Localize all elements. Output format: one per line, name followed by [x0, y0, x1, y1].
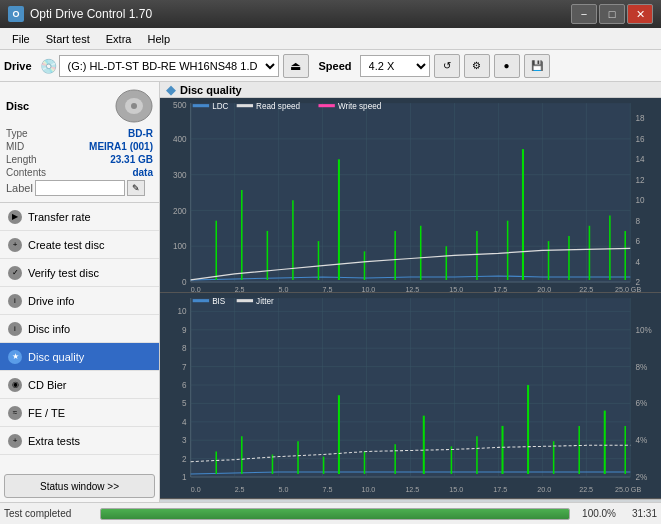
disc-mid-field: MID MEIRA1 (001): [6, 141, 153, 152]
disc-label-label: Label: [6, 182, 33, 194]
svg-text:7.5: 7.5: [323, 286, 333, 292]
disc-length-label: Length: [6, 154, 37, 165]
elapsed-time: 31:31: [622, 508, 657, 519]
drive-select[interactable]: (G:) HL-DT-ST BD-RE WH16NS48 1.D3: [59, 55, 279, 77]
svg-text:14: 14: [635, 155, 645, 164]
sidebar-item-create-test-disc[interactable]: + Create test disc: [0, 231, 159, 259]
disc-label-row: Label ✎: [6, 180, 153, 196]
minimize-button[interactable]: −: [571, 4, 597, 24]
svg-text:10: 10: [635, 196, 645, 205]
disc-label-edit-button[interactable]: ✎: [127, 180, 145, 196]
sidebar-item-extra-tests[interactable]: + Extra tests: [0, 427, 159, 455]
sidebar-item-transfer-rate[interactable]: ▶ Transfer rate: [0, 203, 159, 231]
svg-text:15.0: 15.0: [449, 487, 463, 495]
sidebar-item-drive-info[interactable]: i Drive info: [0, 287, 159, 315]
window-controls: − □ ✕: [571, 4, 653, 24]
svg-text:2%: 2%: [635, 473, 647, 482]
chart-header-icon: ◆: [166, 82, 176, 97]
status-window-button[interactable]: Status window >>: [4, 474, 155, 498]
svg-text:10: 10: [178, 308, 188, 317]
drive-icon: 💿: [40, 58, 57, 74]
svg-text:LDC: LDC: [212, 102, 228, 111]
sidebar-item-label-disc-quality: Disc quality: [28, 351, 84, 363]
svg-text:200: 200: [173, 207, 187, 216]
svg-text:20.0: 20.0: [537, 487, 551, 495]
app-title: Opti Drive Control 1.70: [30, 7, 152, 21]
svg-text:4: 4: [635, 258, 640, 267]
disc-label-input[interactable]: [35, 180, 125, 196]
svg-text:0.0: 0.0: [191, 487, 201, 495]
progress-bar-container: [100, 508, 570, 520]
svg-text:0.0: 0.0: [191, 286, 201, 292]
chart-header: ◆ Disc quality: [160, 82, 661, 98]
svg-text:7: 7: [182, 363, 187, 372]
disc-info-panel: Disc Type BD-R MID MEIRA1 (001) Length: [0, 82, 159, 203]
svg-text:10.0: 10.0: [361, 286, 375, 292]
menu-extra[interactable]: Extra: [98, 31, 140, 47]
speed-label: Speed: [319, 60, 352, 72]
right-panel: ◆ Disc quality: [160, 82, 661, 502]
bottom-chart-svg: 1 2 3 4 5 6 7 8 9 10 2% 4% 6% 8% 10%: [160, 293, 661, 497]
menu-bar: File Start test Extra Help: [0, 28, 661, 50]
sidebar-item-label-extra-tests: Extra tests: [28, 435, 80, 447]
svg-rect-66: [193, 104, 209, 107]
sidebar-item-label-disc-info: Disc info: [28, 323, 70, 335]
svg-text:12.5: 12.5: [405, 286, 419, 292]
disc-type-value: BD-R: [128, 128, 153, 139]
speed-select[interactable]: 4.2 X Max 1 X 2 X 4 X 8 X: [360, 55, 430, 77]
svg-text:8: 8: [182, 345, 187, 354]
title-bar-left: O Opti Drive Control 1.70: [8, 6, 152, 22]
disc-type-label: Type: [6, 128, 28, 139]
sidebar: Disc Type BD-R MID MEIRA1 (001) Length: [0, 82, 160, 502]
record-button[interactable]: ●: [494, 54, 520, 78]
create-test-disc-icon: +: [8, 238, 22, 252]
svg-text:6%: 6%: [635, 400, 647, 409]
refresh-button[interactable]: ↺: [434, 54, 460, 78]
svg-text:5.0: 5.0: [279, 286, 289, 292]
sidebar-item-fe-te[interactable]: ≈ FE / TE: [0, 399, 159, 427]
svg-point-2: [131, 103, 137, 109]
svg-text:5: 5: [182, 400, 187, 409]
svg-text:22.5: 22.5: [579, 286, 593, 292]
drive-toolbar: Drive 💿 (G:) HL-DT-ST BD-RE WH16NS48 1.D…: [0, 50, 661, 82]
svg-rect-137: [193, 299, 209, 302]
svg-text:17.5: 17.5: [493, 487, 507, 495]
menu-file[interactable]: File: [4, 31, 38, 47]
sidebar-item-cd-bier[interactable]: ◉ CD Bier: [0, 371, 159, 399]
bottom-chart-container: 1 2 3 4 5 6 7 8 9 10 2% 4% 6% 8% 10%: [160, 293, 661, 498]
svg-text:22.5: 22.5: [579, 487, 593, 495]
svg-text:4: 4: [182, 418, 187, 427]
svg-text:2: 2: [182, 455, 187, 464]
fe-te-icon: ≈: [8, 406, 22, 420]
disc-header: Disc: [6, 88, 153, 124]
sidebar-item-label-cd-bier: CD Bier: [28, 379, 67, 391]
eject-button[interactable]: ⏏: [283, 54, 309, 78]
sidebar-item-verify-test-disc[interactable]: ✓ Verify test disc: [0, 259, 159, 287]
svg-rect-68: [237, 104, 253, 107]
svg-text:7.5: 7.5: [323, 487, 333, 495]
drive-label: Drive: [4, 60, 32, 72]
svg-text:1: 1: [182, 473, 187, 482]
extra-tests-icon: +: [8, 434, 22, 448]
save-button[interactable]: 💾: [524, 54, 550, 78]
svg-text:8: 8: [635, 217, 640, 226]
disc-length-value: 23.31 GB: [110, 154, 153, 165]
sidebar-item-disc-info[interactable]: i Disc info: [0, 315, 159, 343]
menu-start-test[interactable]: Start test: [38, 31, 98, 47]
svg-text:9: 9: [182, 326, 187, 335]
svg-text:100: 100: [173, 242, 187, 251]
menu-help[interactable]: Help: [139, 31, 178, 47]
disc-icon-container: [115, 88, 153, 124]
svg-text:16: 16: [635, 135, 645, 144]
maximize-button[interactable]: □: [599, 4, 625, 24]
svg-text:2.5: 2.5: [235, 286, 245, 292]
close-button[interactable]: ✕: [627, 4, 653, 24]
disc-mid-value: MEIRA1 (001): [89, 141, 153, 152]
svg-text:15.0: 15.0: [449, 286, 463, 292]
svg-text:25.0 GB: 25.0 GB: [615, 286, 641, 292]
sidebar-item-label-drive-info: Drive info: [28, 295, 74, 307]
svg-text:8%: 8%: [635, 363, 647, 372]
svg-text:17.5: 17.5: [493, 286, 507, 292]
sidebar-item-disc-quality[interactable]: ★ Disc quality: [0, 343, 159, 371]
settings-button[interactable]: ⚙: [464, 54, 490, 78]
